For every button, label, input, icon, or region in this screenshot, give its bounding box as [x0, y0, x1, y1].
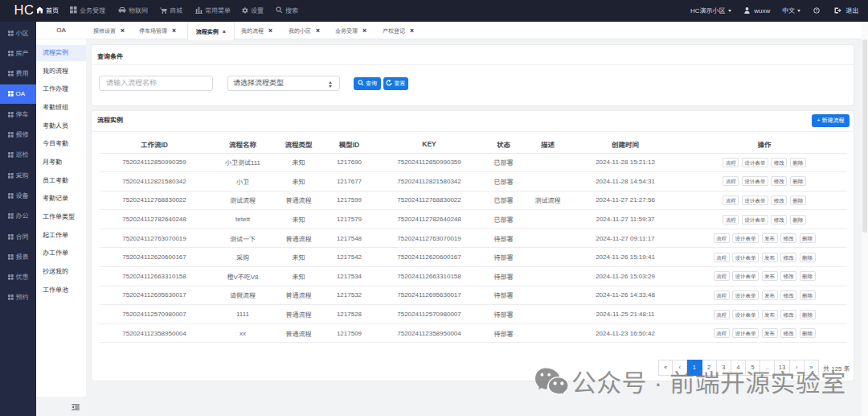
svg-text:?: ? — [816, 8, 818, 13]
